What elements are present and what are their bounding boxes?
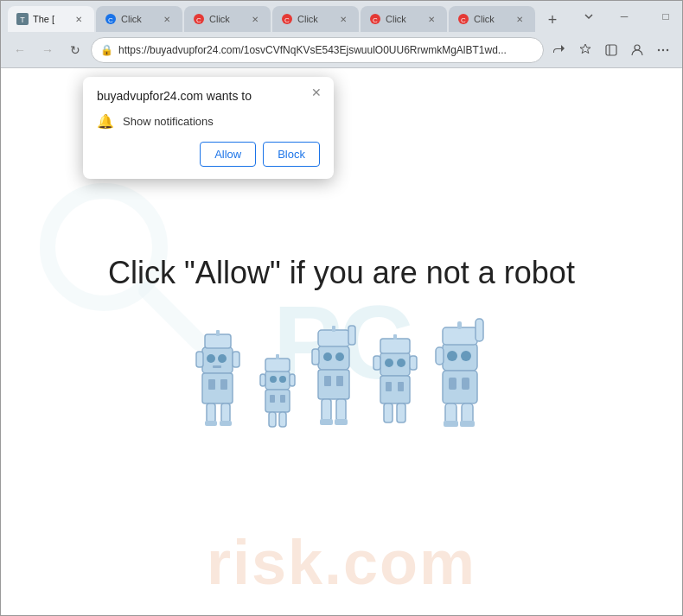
account-button[interactable] [625, 38, 649, 62]
svg-rect-40 [290, 374, 295, 386]
popup-close-button[interactable]: ✕ [308, 84, 325, 101]
tab-4-close[interactable]: ✕ [336, 12, 350, 26]
robot-2 [257, 352, 300, 429]
tab-1-close[interactable]: ✕ [72, 12, 86, 26]
menu-button[interactable] [651, 38, 675, 62]
svg-rect-58 [336, 399, 346, 421]
svg-rect-76 [443, 327, 477, 345]
svg-rect-66 [410, 356, 417, 370]
page-content: PC Click "Allow" if you are not a robot [1, 68, 682, 615]
tab-2[interactable]: C Click ✕ [96, 6, 182, 32]
robot-5 [429, 317, 494, 429]
robots-illustration [189, 317, 494, 429]
svg-rect-70 [398, 382, 404, 391]
account-icon [630, 43, 644, 57]
tab-6-label: Click [474, 14, 508, 24]
svg-rect-82 [462, 378, 469, 390]
svg-rect-52 [348, 326, 355, 345]
tab-5[interactable]: C Click ✕ [361, 6, 447, 32]
navigation-bar: ← → ↻ 🔒 [1, 32, 682, 68]
profile-icon [604, 43, 618, 57]
svg-rect-67 [373, 356, 380, 370]
new-tab-button[interactable]: + [540, 8, 565, 32]
svg-rect-24 [205, 334, 231, 348]
address-bar-container[interactable]: 🔒 [91, 37, 544, 63]
svg-rect-68 [380, 376, 410, 403]
profile-button[interactable] [599, 38, 623, 62]
tab-3-close[interactable]: ✕ [248, 12, 262, 26]
svg-rect-69 [386, 382, 392, 391]
svg-rect-28 [202, 373, 233, 403]
svg-rect-43 [270, 395, 275, 403]
tab-1-label: The [ [33, 14, 67, 24]
svg-text:C: C [373, 16, 378, 24]
allow-button[interactable]: Allow [200, 142, 256, 167]
svg-rect-31 [207, 403, 215, 422]
svg-rect-55 [324, 376, 331, 386]
chevron-down-icon [582, 10, 596, 23]
forward-button[interactable]: → [35, 38, 60, 62]
bell-icon: 🔔 [97, 113, 114, 130]
svg-rect-51 [332, 326, 335, 332]
svg-rect-26 [233, 352, 239, 367]
svg-text:T: T [20, 16, 25, 24]
minimize-icon [621, 10, 629, 22]
svg-text:C: C [108, 16, 113, 24]
popup-notification-text: Show notifications [123, 115, 214, 128]
svg-rect-59 [320, 419, 333, 425]
svg-rect-72 [397, 403, 405, 422]
svg-rect-71 [384, 403, 393, 422]
svg-point-48 [323, 352, 332, 361]
tab-6[interactable]: C Click ✕ [449, 6, 535, 32]
svg-rect-57 [322, 399, 331, 421]
svg-text:C: C [196, 16, 201, 24]
svg-point-21 [207, 354, 215, 363]
svg-rect-41 [260, 374, 265, 386]
svg-point-74 [447, 351, 457, 361]
svg-rect-42 [265, 390, 290, 412]
svg-point-75 [461, 351, 471, 361]
tab-4[interactable]: C Click ✕ [272, 6, 359, 32]
svg-rect-61 [380, 352, 410, 376]
svg-rect-60 [335, 419, 348, 425]
svg-point-49 [335, 352, 344, 361]
robot-4 [370, 330, 422, 429]
svg-point-36 [270, 376, 277, 383]
tab-3-label: Click [209, 14, 244, 24]
tab-4-label: Click [297, 14, 332, 24]
click-allow-heading: Click "Allow" if you are not a robot [108, 255, 575, 291]
svg-point-37 [279, 376, 286, 383]
refresh-button[interactable]: ↻ [63, 38, 87, 62]
svg-rect-45 [269, 412, 276, 427]
tab-6-close[interactable]: ✕ [513, 12, 527, 26]
svg-text:C: C [284, 16, 290, 24]
maximize-button[interactable] [646, 3, 683, 30]
block-button[interactable]: Block [263, 142, 320, 167]
svg-rect-79 [436, 347, 444, 365]
svg-point-22 [218, 354, 227, 363]
svg-text:C: C [461, 16, 466, 24]
svg-rect-85 [444, 421, 458, 427]
more-icon [656, 43, 670, 57]
tabs-area: T The [ ✕ C Click ✕ [8, 1, 565, 32]
svg-rect-29 [208, 379, 215, 390]
robot-3 [307, 321, 363, 429]
svg-point-62 [385, 359, 393, 367]
svg-rect-53 [312, 349, 319, 365]
svg-rect-81 [449, 378, 456, 390]
tab-1[interactable]: T The [ ✕ [8, 6, 94, 32]
svg-rect-50 [318, 330, 349, 346]
bookmark-button[interactable] [573, 38, 597, 62]
tab-2-close[interactable]: ✕ [160, 12, 174, 26]
address-input[interactable] [118, 44, 534, 56]
share-button[interactable] [547, 38, 571, 62]
tab-5-close[interactable]: ✕ [424, 12, 438, 26]
svg-rect-39 [276, 354, 279, 359]
back-button[interactable]: ← [8, 38, 32, 62]
svg-rect-65 [393, 334, 397, 340]
svg-point-15 [658, 48, 660, 50]
notification-popup: ✕ buyadvupfor24.com wants to 🔔 Show noti… [83, 77, 334, 179]
tab-3[interactable]: C Click ✕ [184, 6, 271, 32]
minimize-button[interactable] [604, 3, 644, 30]
tab-1-favicon: T [16, 13, 29, 25]
